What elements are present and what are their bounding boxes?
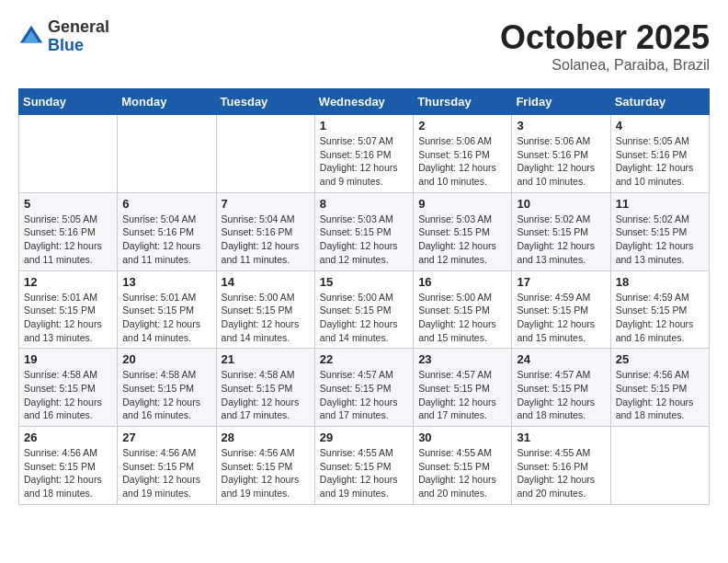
day-info: Sunrise: 5:07 AM Sunset: 5:16 PM Dayligh…: [320, 134, 408, 189]
day-info: Sunrise: 4:56 AM Sunset: 5:15 PM Dayligh…: [122, 446, 210, 500]
header-sunday: Sunday: [19, 89, 118, 115]
logo-general: General: [48, 18, 109, 37]
calendar-cell: 24Sunrise: 4:57 AM Sunset: 5:15 PM Dayli…: [512, 349, 610, 427]
day-info: Sunrise: 5:03 AM Sunset: 5:15 PM Dayligh…: [418, 213, 506, 267]
day-info: Sunrise: 5:01 AM Sunset: 5:15 PM Dayligh…: [24, 291, 112, 345]
day-info: Sunrise: 5:02 AM Sunset: 5:15 PM Dayligh…: [616, 213, 704, 267]
day-info: Sunrise: 4:58 AM Sunset: 5:15 PM Dayligh…: [222, 368, 310, 422]
calendar-cell: 6Sunrise: 5:04 AM Sunset: 5:16 PM Daylig…: [118, 192, 216, 270]
calendar-cell: [118, 115, 216, 193]
day-info: Sunrise: 4:59 AM Sunset: 5:15 PM Dayligh…: [517, 291, 605, 345]
calendar-cell: 26Sunrise: 4:56 AM Sunset: 5:15 PM Dayli…: [19, 427, 118, 505]
day-number: 28: [222, 431, 310, 444]
week-row-2: 5Sunrise: 5:05 AM Sunset: 5:16 PM Daylig…: [19, 192, 710, 270]
calendar-cell: 8Sunrise: 5:03 AM Sunset: 5:15 PM Daylig…: [314, 192, 413, 270]
day-number: 17: [517, 275, 605, 289]
header-saturday: Saturday: [610, 89, 709, 115]
day-number: 4: [616, 119, 704, 132]
day-number: 26: [24, 431, 112, 444]
calendar-cell: 20Sunrise: 4:58 AM Sunset: 5:15 PM Dayli…: [118, 349, 216, 427]
calendar-cell: 14Sunrise: 5:00 AM Sunset: 5:15 PM Dayli…: [216, 270, 314, 349]
day-info: Sunrise: 4:56 AM Sunset: 5:15 PM Dayligh…: [616, 368, 704, 422]
calendar-cell: 4Sunrise: 5:05 AM Sunset: 5:16 PM Daylig…: [610, 115, 709, 193]
calendar-table: SundayMondayTuesdayWednesdayThursdayFrid…: [18, 88, 710, 505]
calendar-cell: 1Sunrise: 5:07 AM Sunset: 5:16 PM Daylig…: [314, 115, 413, 193]
day-info: Sunrise: 4:58 AM Sunset: 5:15 PM Dayligh…: [122, 368, 210, 422]
day-number: 16: [418, 275, 506, 289]
header-monday: Monday: [118, 89, 216, 115]
day-number: 7: [222, 197, 310, 211]
day-info: Sunrise: 4:55 AM Sunset: 5:16 PM Dayligh…: [517, 446, 605, 500]
calendar-cell: 18Sunrise: 4:59 AM Sunset: 5:15 PM Dayli…: [610, 270, 709, 349]
week-row-1: 1Sunrise: 5:07 AM Sunset: 5:16 PM Daylig…: [19, 115, 710, 193]
day-number: 12: [24, 275, 112, 289]
day-number: 27: [122, 431, 210, 444]
calendar-cell: 22Sunrise: 4:57 AM Sunset: 5:15 PM Dayli…: [314, 349, 413, 427]
calendar-cell: 10Sunrise: 5:02 AM Sunset: 5:15 PM Dayli…: [512, 192, 610, 270]
day-number: 11: [616, 197, 704, 211]
day-info: Sunrise: 4:58 AM Sunset: 5:15 PM Dayligh…: [24, 368, 112, 422]
day-number: 20: [122, 352, 210, 366]
day-info: Sunrise: 5:00 AM Sunset: 5:15 PM Dayligh…: [222, 291, 310, 345]
day-info: Sunrise: 4:57 AM Sunset: 5:15 PM Dayligh…: [517, 368, 605, 422]
week-row-4: 19Sunrise: 4:58 AM Sunset: 5:15 PM Dayli…: [19, 349, 710, 427]
calendar-cell: 30Sunrise: 4:55 AM Sunset: 5:15 PM Dayli…: [414, 427, 512, 505]
page-header: General Blue October 2025 Solanea, Parai…: [18, 18, 710, 74]
day-info: Sunrise: 4:55 AM Sunset: 5:15 PM Dayligh…: [320, 446, 408, 500]
day-number: 23: [418, 352, 506, 366]
logo-icon: [18, 24, 44, 50]
day-info: Sunrise: 4:57 AM Sunset: 5:15 PM Dayligh…: [320, 368, 408, 422]
header-wednesday: Wednesday: [314, 89, 413, 115]
calendar-cell: 5Sunrise: 5:05 AM Sunset: 5:16 PM Daylig…: [19, 192, 118, 270]
calendar-cell: 13Sunrise: 5:01 AM Sunset: 5:15 PM Dayli…: [118, 270, 216, 349]
day-info: Sunrise: 5:05 AM Sunset: 5:16 PM Dayligh…: [24, 213, 112, 267]
day-number: 30: [418, 431, 506, 444]
day-info: Sunrise: 4:56 AM Sunset: 5:15 PM Dayligh…: [24, 446, 112, 500]
day-info: Sunrise: 4:55 AM Sunset: 5:15 PM Dayligh…: [418, 446, 506, 500]
calendar-cell: 27Sunrise: 4:56 AM Sunset: 5:15 PM Dayli…: [118, 427, 216, 505]
header-friday: Friday: [512, 89, 610, 115]
day-info: Sunrise: 4:59 AM Sunset: 5:15 PM Dayligh…: [616, 291, 704, 345]
day-number: 5: [24, 197, 112, 211]
day-number: 3: [517, 119, 605, 132]
logo: General Blue: [18, 18, 109, 55]
day-info: Sunrise: 5:03 AM Sunset: 5:15 PM Dayligh…: [320, 213, 408, 267]
calendar-cell: 2Sunrise: 5:06 AM Sunset: 5:16 PM Daylig…: [414, 115, 512, 193]
logo-blue: Blue: [48, 37, 109, 55]
calendar-cell: 29Sunrise: 4:55 AM Sunset: 5:15 PM Dayli…: [314, 427, 413, 505]
calendar-cell: 11Sunrise: 5:02 AM Sunset: 5:15 PM Dayli…: [610, 192, 709, 270]
calendar-cell: [610, 427, 709, 505]
day-info: Sunrise: 4:57 AM Sunset: 5:15 PM Dayligh…: [418, 368, 506, 422]
title-block: October 2025 Solanea, Paraiba, Brazil: [500, 18, 710, 74]
day-info: Sunrise: 5:04 AM Sunset: 5:16 PM Dayligh…: [222, 213, 310, 267]
calendar-cell: 19Sunrise: 4:58 AM Sunset: 5:15 PM Dayli…: [19, 349, 118, 427]
calendar-cell: 7Sunrise: 5:04 AM Sunset: 5:16 PM Daylig…: [216, 192, 314, 270]
month-title: October 2025: [500, 18, 710, 57]
day-number: 8: [320, 197, 408, 211]
header-thursday: Thursday: [414, 89, 512, 115]
calendar-cell: 16Sunrise: 5:00 AM Sunset: 5:15 PM Dayli…: [414, 270, 512, 349]
day-info: Sunrise: 5:06 AM Sunset: 5:16 PM Dayligh…: [418, 134, 506, 189]
day-number: 29: [320, 431, 408, 444]
day-number: 9: [418, 197, 506, 211]
logo-text: General Blue: [48, 18, 109, 55]
header-tuesday: Tuesday: [216, 89, 314, 115]
day-number: 18: [616, 275, 704, 289]
calendar-cell: 9Sunrise: 5:03 AM Sunset: 5:15 PM Daylig…: [414, 192, 512, 270]
day-info: Sunrise: 5:00 AM Sunset: 5:15 PM Dayligh…: [418, 291, 506, 345]
calendar-cell: [19, 115, 118, 193]
calendar-cell: 12Sunrise: 5:01 AM Sunset: 5:15 PM Dayli…: [19, 270, 118, 349]
day-number: 6: [122, 197, 210, 211]
day-number: 1: [320, 119, 408, 132]
calendar-cell: 25Sunrise: 4:56 AM Sunset: 5:15 PM Dayli…: [610, 349, 709, 427]
day-number: 19: [24, 352, 112, 366]
day-number: 15: [320, 275, 408, 289]
location-title: Solanea, Paraiba, Brazil: [500, 57, 710, 74]
day-info: Sunrise: 5:00 AM Sunset: 5:15 PM Dayligh…: [320, 291, 408, 345]
calendar-cell: [216, 115, 314, 193]
day-number: 24: [517, 352, 605, 366]
day-number: 21: [222, 352, 310, 366]
day-number: 22: [320, 352, 408, 366]
day-info: Sunrise: 5:01 AM Sunset: 5:15 PM Dayligh…: [122, 291, 210, 345]
day-number: 2: [418, 119, 506, 132]
